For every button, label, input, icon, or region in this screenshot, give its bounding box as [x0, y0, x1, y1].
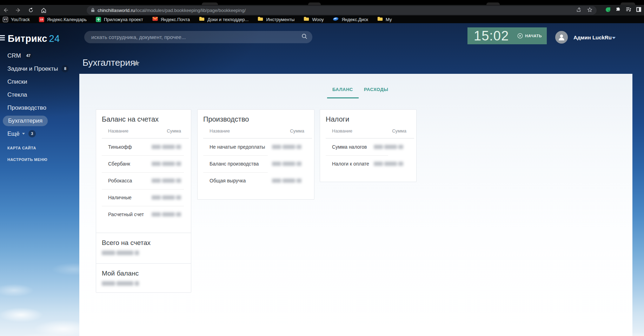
search-input[interactable] — [91, 34, 301, 40]
card-taxes: Налоги НазваниеСумма Сумма налогов Налог… — [320, 109, 417, 182]
redacted-amount — [102, 281, 185, 286]
table-row[interactable]: Не начатые предоплаты — [198, 138, 314, 155]
bookmark-tools[interactable]: Инструменты — [258, 17, 294, 22]
table-header: НазваниеСумма — [102, 126, 189, 138]
folder-icon — [304, 17, 309, 22]
configure-menu-link[interactable]: НАСТРОИТЬ МЕНЮ — [7, 157, 47, 162]
share-icon[interactable] — [576, 7, 582, 14]
redacted-amount — [152, 162, 181, 166]
sidebar-item-crm[interactable]: CRM 47 — [0, 49, 79, 62]
redacted-amount — [272, 162, 301, 166]
clock-time: 15:02 — [472, 28, 517, 44]
bookmark-my[interactable]: My — [377, 17, 392, 22]
browser-tab-strip — [0, 0, 644, 5]
bookmark-yandex-mail[interactable]: Яндекс.Почта — [152, 17, 190, 22]
favorite-star-icon[interactable] — [133, 59, 140, 68]
redacted-amount — [272, 145, 301, 149]
more-badge: 3 — [28, 130, 36, 137]
active-tab-underline — [327, 97, 359, 98]
sidebar-item-production[interactable]: Производство — [0, 101, 79, 114]
card-production: Производство НазваниеСумма Не начатые пр… — [197, 109, 314, 200]
bookmark-docs-support[interactable]: Доки и техподдер... — [199, 17, 248, 22]
tab-balance[interactable]: БАЛАНС — [332, 87, 353, 92]
redacted-amount — [374, 145, 403, 149]
browser-tab[interactable] — [620, 2, 635, 5]
user-avatar[interactable] — [555, 31, 568, 44]
browser-toolbar: chinchillasworld.ru/local/modules/pad.bo… — [0, 5, 644, 15]
redacted-amount — [152, 195, 181, 200]
total-accounts-title: Всего на счетах — [102, 239, 185, 247]
bookmark-sheets-project[interactable]: Приложуха проект — [96, 17, 143, 22]
bitrix-logo[interactable]: Битрикс24 — [8, 33, 60, 44]
yandex-mail-icon — [152, 17, 158, 22]
home-icon[interactable] — [41, 7, 47, 13]
spreadsheet-icon — [96, 17, 101, 22]
extensions-puzzle-icon[interactable] — [616, 7, 621, 14]
worktime-widget[interactable]: 15:02 НАЧАТЬ — [467, 27, 547, 44]
table-row[interactable]: Общая выручка — [198, 172, 314, 189]
bookmark-youtrack[interactable]: YT YouTrack — [3, 17, 30, 22]
card-balance-accounts: Баланс на счетах НазваниеСумма Тинькофф … — [96, 109, 191, 293]
person-icon — [557, 33, 566, 41]
table-row[interactable]: Сбербанк — [96, 155, 191, 172]
folder-icon — [258, 17, 263, 22]
my-balance-title: Мой баланс — [102, 270, 185, 277]
total-accounts-section: Всего на счетах — [96, 233, 191, 263]
global-search — [84, 31, 312, 43]
table-row[interactable]: Тинькофф — [96, 138, 191, 155]
table-row[interactable]: Сумма налогов — [320, 138, 416, 155]
start-workday-button[interactable]: НАЧАТЬ — [517, 33, 542, 39]
bookmark-star-icon[interactable] — [587, 7, 592, 14]
tasks-badge: 8 — [61, 65, 69, 72]
search-icon[interactable] — [301, 33, 307, 41]
table-row[interactable]: Наличные — [96, 189, 191, 206]
bookmark-yandex-calendar[interactable]: 15 Яндекс.Календарь — [39, 17, 87, 22]
url-domain: chinchillasworld.ru — [98, 8, 135, 13]
yandex-calendar-icon: 15 — [39, 17, 44, 22]
card-title: Налоги — [320, 110, 416, 126]
bookmark-wooy[interactable]: Wooy — [304, 17, 324, 22]
redacted-amount — [152, 145, 181, 149]
bookmark-yandex-disk[interactable]: Яндекс.Диск — [333, 17, 368, 22]
reload-icon[interactable] — [28, 7, 34, 13]
bookmarks-bar: YT YouTrack 15 Яндекс.Календарь Приложух… — [0, 15, 644, 23]
browser-tab[interactable] — [486, 2, 500, 5]
start-play-icon — [517, 33, 523, 39]
evernote-extension-icon[interactable] — [605, 7, 611, 14]
sidebar-item-lists[interactable]: Списки — [0, 75, 79, 88]
table-row[interactable]: Робокасса — [96, 172, 191, 189]
redacted-amount — [102, 251, 185, 255]
redacted-amount — [152, 212, 181, 217]
table-row[interactable]: Налоги к оплате — [320, 155, 416, 172]
url-bar[interactable]: chinchillasworld.ru/local/modules/pad.bo… — [87, 6, 597, 15]
sidebar-item-tasks[interactable]: Задачи и Проекты 8 — [0, 62, 79, 75]
profile-box-icon[interactable] — [636, 7, 641, 13]
yandex-disk-icon — [333, 17, 339, 22]
user-menu-chevron-icon[interactable] — [612, 37, 616, 39]
url-path: /local/modules/pad.bookkeeping/lib/page/… — [135, 8, 246, 13]
screen: chinchillasworld.ru/local/modules/pad.bo… — [0, 0, 644, 336]
sidebar-menu: CRM 47 Задачи и Проекты 8 Списки Стекла … — [0, 49, 79, 140]
redacted-amount — [152, 179, 181, 183]
playlist-extension-icon[interactable] — [626, 7, 631, 13]
sitemap-link[interactable]: КАРТА САЙТА — [7, 146, 36, 150]
back-icon[interactable] — [3, 7, 8, 13]
folder-icon — [377, 17, 383, 22]
card-title: Баланс на счетах — [96, 110, 191, 126]
sidebar-item-more[interactable]: Ещё 3 — [0, 127, 79, 140]
table-row[interactable]: Расчетный счет — [96, 206, 191, 223]
card-title: Производство — [198, 110, 314, 126]
redacted-amount — [374, 162, 403, 166]
menu-hamburger-icon[interactable] — [0, 35, 5, 41]
sidebar-item-stekla[interactable]: Стекла — [0, 88, 79, 101]
tab-expenses[interactable]: РАСХОДЫ — [364, 87, 388, 92]
sidebar-item-bookkeeping[interactable]: Бухгалтерия — [0, 114, 79, 127]
user-name[interactable]: Админ LuckRu — [573, 34, 612, 40]
browser-tab[interactable] — [308, 2, 321, 5]
forward-icon[interactable] — [15, 7, 21, 13]
table-row[interactable]: Баланс производства — [198, 155, 314, 172]
crm-badge: 47 — [25, 52, 32, 59]
redacted-amount — [272, 179, 301, 183]
browser-tab[interactable] — [202, 2, 218, 5]
youtrack-icon: YT — [3, 17, 8, 22]
